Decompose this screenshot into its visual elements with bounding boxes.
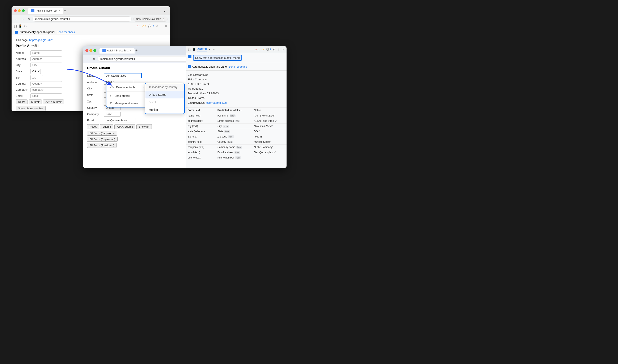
active-tab-front[interactable]: Autofill Smoke Test ✕ (100, 48, 135, 53)
table-cell-value: "Jon Stewart Doe" (253, 113, 286, 118)
address-bar-url-front: rsolomakhin.github.io/autofill/ (100, 57, 136, 60)
ajax-btn-front[interactable]: AJAX Submit (115, 124, 135, 129)
heur-badge: heu (235, 120, 240, 122)
show-phone-btn-back[interactable]: Show phone number (16, 106, 46, 111)
table-cell-value: "CA" (253, 129, 286, 134)
submit-btn-back[interactable]: Submit (29, 100, 42, 104)
new-tab-button-front[interactable]: + (135, 49, 138, 52)
cursor-icon-back[interactable]: ⬚ (14, 24, 17, 28)
reset-btn-front[interactable]: Reset (87, 124, 99, 129)
address-line2: Fake Company (188, 77, 284, 82)
fill-simpsons-btn-front[interactable]: Fill Form (Simpsons) (87, 131, 117, 136)
country-item-brazil[interactable]: Brazil (145, 98, 184, 106)
refresh-button-front[interactable]: ↻ (92, 57, 96, 61)
show-test-addresses-label-front: Show test addresses in autofill menu (193, 55, 242, 61)
close-button-back[interactable] (14, 9, 17, 12)
submit-btn-front[interactable]: Submit (100, 124, 113, 129)
address-phone-email: 16019521325 test@example.us (188, 101, 284, 105)
manage-addresses-item[interactable]: ⚙ Manage Addresses... (106, 100, 148, 107)
devtools-close-icon-back[interactable]: ✕ (165, 24, 167, 28)
country-item-us[interactable]: United States (145, 91, 184, 98)
back-button-front[interactable]: ← (85, 57, 90, 61)
minimize-button-front[interactable] (90, 49, 92, 52)
tab-title-back: Autofill Smoke Test (36, 9, 57, 12)
table-cell-predicted: Zip code heur (216, 134, 253, 139)
settings-icon-front[interactable]: ⚙ (273, 48, 276, 51)
auto-open-checkbox-back[interactable]: ✓ (15, 31, 18, 34)
country-label-front: Country: (87, 106, 104, 109)
forward-button-back[interactable]: → (20, 17, 25, 21)
manage-icon: ⚙ (110, 102, 113, 105)
developer-tools-item[interactable]: </> Developer tools › (106, 83, 148, 91)
tab-close-front[interactable]: ✕ (130, 49, 132, 52)
browser-toolbar-back: ← → ↻ rsolomakhin.github.io/autofill/ Ne… (12, 15, 170, 23)
autofill-tab-front[interactable]: Autofill (197, 47, 207, 52)
company-input-back[interactable] (30, 87, 62, 92)
city-input-back[interactable] (30, 63, 62, 67)
tab-close-back[interactable]: ✕ (58, 9, 60, 12)
table-row: company (text) Company name heur "Fake C… (186, 144, 286, 150)
more-tools-icon-back[interactable]: >> (24, 24, 27, 28)
country-submenu-front: Test address by country United States Br… (145, 83, 185, 114)
address-bar-back[interactable]: rsolomakhin.github.io/autofill/ (33, 16, 132, 22)
email-input-back[interactable] (30, 93, 62, 98)
page-link-back[interactable]: https://goo.gl/B6Xs1E (29, 39, 55, 41)
refresh-button-back[interactable]: ↻ (27, 17, 31, 21)
table-row: address (text) Street address heu "1600 … (186, 118, 286, 123)
fill-president-btn-front[interactable]: Fill Form (President) (87, 143, 116, 148)
table-cell-field: city (text) (186, 123, 216, 129)
name-input-front[interactable] (104, 73, 142, 78)
name-input-back[interactable] (30, 50, 62, 55)
cursor-tool-icon-front[interactable]: ⬚ (188, 48, 191, 51)
maximize-button-front[interactable] (93, 49, 96, 52)
new-chrome-button-back[interactable]: New Chrome available ⋮ (133, 17, 167, 22)
address-input-back[interactable] (30, 56, 62, 61)
address-line5: Mountain View CA 94043 (188, 91, 284, 96)
device-icon-back[interactable]: 📱 (18, 24, 22, 28)
country-input-back[interactable] (30, 81, 62, 86)
country-item-mexico[interactable]: Mexico (145, 106, 184, 114)
more-devtools-icon-front[interactable]: >> (212, 48, 215, 51)
window-menu-back[interactable]: ⌄ (163, 9, 167, 12)
settings-icon-back[interactable]: ⚙ (156, 24, 159, 28)
table-cell-value: "test@example.us" (253, 150, 286, 155)
auto-open-checkbox-front[interactable]: ✓ (188, 65, 191, 68)
close-autofill-tab-icon-front[interactable]: ✕ (208, 48, 211, 51)
email-input-front[interactable] (104, 118, 135, 123)
show-test-addresses-checkbox-front[interactable]: ✓ (188, 55, 192, 58)
info-badge-back: 💬 14 (148, 25, 154, 27)
country-label-back: Country: (16, 82, 30, 85)
table-row: zip (text) Zip code heur "94043" (186, 134, 286, 139)
show-test-addresses-row-front: ✓ Show test addresses in autofill menu (186, 53, 286, 63)
devtools-close-icon-front[interactable]: ✕ (282, 48, 284, 51)
fill-superman-btn-front[interactable]: Fill Form (Superman) (87, 137, 117, 142)
table-cell-value: "Fake Company" (253, 144, 286, 150)
state-select-back[interactable]: CA (30, 69, 41, 74)
back-button-back[interactable]: ← (14, 17, 19, 21)
devtools-menu-icon-front[interactable]: ⋮ (277, 48, 280, 51)
close-button-front[interactable] (85, 49, 88, 52)
auto-open-label-front: Automatically open this panel (192, 65, 227, 68)
table-header-value: Value (253, 107, 286, 113)
device-tool-icon-front[interactable]: 📱 (192, 48, 196, 51)
show-phone-btn-front[interactable]: Show ph (136, 124, 152, 129)
table-row: country (text) Country heur "United Stat… (186, 139, 286, 144)
company-input-front[interactable] (104, 112, 121, 117)
tab-favicon-front (103, 49, 106, 52)
devtools-menu-icon-back[interactable]: ⋮ (160, 24, 163, 28)
heur-badge: heur (228, 135, 234, 138)
undo-autofill-item[interactable]: ↩ Undo autofill (106, 92, 148, 100)
zip-input-back[interactable] (30, 75, 43, 80)
ajax-btn-back[interactable]: AJAX Submit (43, 100, 64, 104)
state-label-back: State: (16, 70, 30, 73)
tab-title-front: Autofill Smoke Test (107, 49, 129, 52)
minimize-button-back[interactable] (18, 9, 21, 12)
active-tab-back[interactable]: Autofill Smoke Test ✕ (28, 8, 63, 14)
send-feedback-link-front[interactable]: Send feedback (229, 65, 247, 68)
new-tab-button-back[interactable]: + (64, 9, 66, 13)
address-email[interactable]: test@example.us (206, 101, 227, 104)
reset-btn-back[interactable]: Reset (16, 100, 27, 104)
maximize-button-back[interactable] (22, 9, 25, 12)
send-feedback-link-back[interactable]: Send feedback (57, 30, 75, 34)
auto-panel-bar-back: ✓ Automatically open this panel Send fee… (12, 29, 170, 35)
